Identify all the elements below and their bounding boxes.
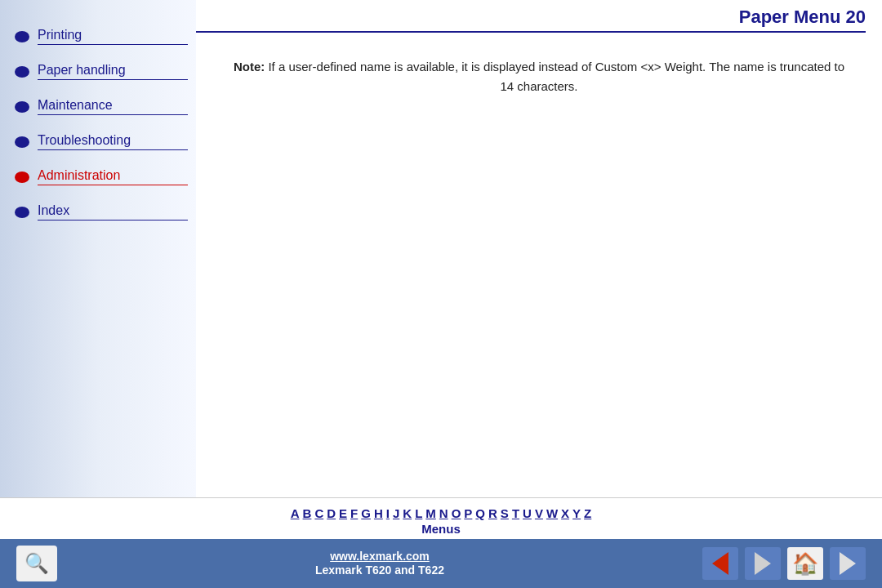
content-area: Paper Menu 20 Note: If a user-defined na… bbox=[196, 0, 882, 497]
sidebar-item-label: Maintenance bbox=[38, 98, 188, 115]
note-label: Note: bbox=[234, 60, 265, 74]
sidebar: PrintingPaper handlingMaintenanceTrouble… bbox=[0, 0, 196, 497]
sidebar-item-label: Paper handling bbox=[38, 63, 188, 80]
alpha-link-h[interactable]: H bbox=[374, 506, 383, 520]
alpha-link-t[interactable]: T bbox=[512, 506, 519, 520]
footer-device: Lexmark T620 and T622 bbox=[315, 564, 444, 577]
alpha-link-f[interactable]: F bbox=[350, 506, 358, 520]
sidebar-item-administration[interactable]: Administration bbox=[0, 157, 196, 192]
alpha-link-i[interactable]: I bbox=[386, 506, 390, 520]
footer-nav: 🏠 bbox=[702, 547, 866, 580]
alpha-link-l[interactable]: L bbox=[415, 506, 422, 520]
alpha-link-x[interactable]: X bbox=[561, 506, 569, 520]
page-title: Paper Menu 20 bbox=[739, 7, 866, 28]
nav-home-button[interactable]: 🏠 bbox=[787, 547, 823, 580]
bullet-icon bbox=[15, 66, 29, 78]
arrow-left-icon bbox=[712, 552, 728, 575]
alpha-link-w[interactable]: W bbox=[546, 506, 558, 520]
bullet-icon bbox=[15, 136, 29, 148]
bullet-icon bbox=[15, 31, 29, 42]
alpha-link-y[interactable]: Y bbox=[572, 506, 581, 520]
arrow-next-icon bbox=[840, 552, 856, 575]
alpha-link-a[interactable]: A bbox=[291, 506, 300, 520]
alpha-link-q[interactable]: Q bbox=[475, 506, 485, 520]
menus-label: Menus bbox=[0, 522, 882, 536]
footer: 🔍 www.lexmark.com Lexmark T620 and T622 … bbox=[0, 539, 882, 588]
alpha-link-g[interactable]: G bbox=[361, 506, 371, 520]
nav-forward-button[interactable] bbox=[745, 547, 781, 580]
content-body: Note: If a user-defined name is availabl… bbox=[196, 33, 882, 497]
bullet-icon bbox=[15, 172, 29, 183]
search-icon: 🔍 bbox=[24, 552, 49, 575]
search-button[interactable]: 🔍 bbox=[16, 546, 57, 581]
sidebar-item-maintenance[interactable]: Maintenance bbox=[0, 87, 196, 122]
alpha-bar: ABCDEFGHIJKLMNOPQRSTUVWXYZ Menus bbox=[0, 497, 882, 539]
alpha-link-s[interactable]: S bbox=[501, 506, 509, 520]
alpha-link-n[interactable]: N bbox=[439, 506, 448, 520]
content-header: Paper Menu 20 bbox=[196, 0, 882, 31]
sidebar-item-label: Troubleshooting bbox=[38, 133, 188, 150]
alpha-link-j[interactable]: J bbox=[393, 506, 399, 520]
note-paragraph: Note: If a user-defined name is availabl… bbox=[229, 57, 849, 96]
bullet-icon bbox=[15, 101, 29, 113]
alpha-link-v[interactable]: V bbox=[535, 506, 543, 520]
home-icon: 🏠 bbox=[792, 551, 818, 577]
alpha-link-m[interactable]: M bbox=[425, 506, 436, 520]
alpha-links: ABCDEFGHIJKLMNOPQRSTUVWXYZ bbox=[0, 506, 882, 520]
alpha-link-k[interactable]: K bbox=[403, 506, 412, 520]
nav-next-button[interactable] bbox=[830, 547, 866, 580]
sidebar-item-paper-handling[interactable]: Paper handling bbox=[0, 51, 196, 87]
alpha-link-r[interactable]: R bbox=[488, 506, 497, 520]
sidebar-item-printing[interactable]: Printing bbox=[0, 16, 196, 51]
main-area: PrintingPaper handlingMaintenanceTrouble… bbox=[0, 0, 882, 497]
sidebar-item-label: Index bbox=[38, 203, 188, 220]
alpha-link-c[interactable]: C bbox=[314, 506, 323, 520]
nav-back-button[interactable] bbox=[702, 547, 738, 580]
sidebar-item-troubleshooting[interactable]: Troubleshooting bbox=[0, 122, 196, 157]
sidebar-item-label: Printing bbox=[38, 28, 188, 45]
alpha-link-d[interactable]: D bbox=[327, 506, 336, 520]
alpha-link-z[interactable]: Z bbox=[584, 506, 591, 520]
footer-center: www.lexmark.com Lexmark T620 and T622 bbox=[57, 550, 702, 577]
sidebar-item-label: Administration bbox=[38, 168, 188, 185]
alpha-link-b[interactable]: B bbox=[303, 506, 312, 520]
arrow-right-icon bbox=[755, 552, 771, 575]
bullet-icon bbox=[15, 207, 29, 218]
note-content: If a user-defined name is available, it … bbox=[265, 60, 844, 93]
sidebar-item-index[interactable]: Index bbox=[0, 192, 196, 227]
alpha-link-p[interactable]: P bbox=[464, 506, 472, 520]
footer-url[interactable]: www.lexmark.com bbox=[57, 550, 702, 563]
alpha-link-u[interactable]: U bbox=[523, 506, 532, 520]
alpha-link-o[interactable]: O bbox=[452, 506, 461, 520]
alpha-link-e[interactable]: E bbox=[339, 506, 347, 520]
